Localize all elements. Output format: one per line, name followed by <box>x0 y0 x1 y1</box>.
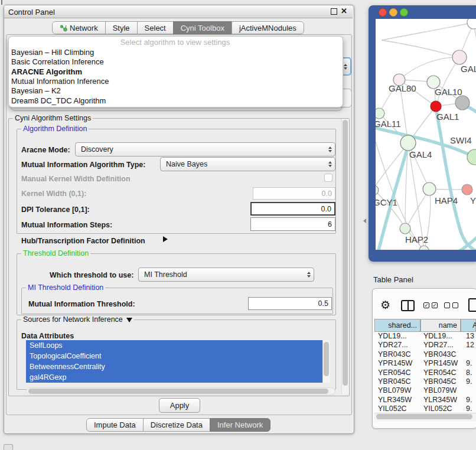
tab-cyni-toolbox[interactable]: Cyni Toolbox <box>173 21 232 34</box>
control-panel-titlebar[interactable] <box>4 5 353 18</box>
table-row[interactable]: YBR045CYBR045C9. <box>374 377 476 387</box>
tab-discretize-data[interactable]: Discretize Data <box>143 418 210 432</box>
kernel-width-field[interactable]: 0.0 <box>253 187 335 200</box>
node-hap4[interactable] <box>423 182 436 195</box>
mi-type-select[interactable]: Naive Bayes <box>160 157 335 171</box>
node-gal4[interactable] <box>400 135 416 151</box>
close-light[interactable] <box>379 8 387 17</box>
which-threshold-select[interactable]: MI Threshold <box>138 268 314 282</box>
algorithm-dropdown-placeholder: Select algorithm to view settings <box>8 38 342 47</box>
close-icon[interactable]: ✕ <box>341 6 347 15</box>
sources-collapse-icon[interactable] <box>126 318 132 322</box>
columns-icon[interactable] <box>401 300 415 311</box>
table-cell: YDR27... <box>423 341 454 350</box>
node-gal[interactable] <box>452 50 467 64</box>
node-gal1[interactable] <box>431 101 441 112</box>
table-hscrollbar-thumb[interactable] <box>376 414 472 419</box>
attribute-list-item[interactable]: gal4RGexp <box>26 372 325 383</box>
zoom-light[interactable] <box>400 8 408 17</box>
table-row[interactable]: YER054CYER054C8. <box>374 369 476 378</box>
node-gray[interactable] <box>455 96 470 110</box>
table-row[interactable]: YPR145WYPR145W9. <box>374 359 476 369</box>
which-threshold-value: MI Threshold <box>144 270 187 279</box>
tab-label: jActiveMNodules <box>239 24 296 32</box>
table-row[interactable]: YBL079WYBL079W <box>374 386 476 396</box>
checked-box-icon: ✓ <box>432 302 438 308</box>
mi-steps-field[interactable]: 6 <box>250 217 335 231</box>
show-columns-icon[interactable]: ✓ ✓ <box>423 302 438 308</box>
splitter-collapse-icon[interactable] <box>363 219 366 223</box>
dpi-tolerance-field[interactable]: 0.0 <box>250 202 335 216</box>
table-cell: YBR045C <box>423 377 457 386</box>
manual-kernel-label: Manual Kernel Width Definition <box>21 175 131 183</box>
column-header-1[interactable]: shared... <box>374 319 420 332</box>
tab-infer-network[interactable]: Infer Network <box>210 418 270 432</box>
attributes-scrollbar-thumb[interactable] <box>324 342 329 376</box>
column-header-2[interactable]: name <box>420 319 461 332</box>
table-cell: 9. <box>466 405 472 413</box>
node-label-gcy1: GCY1 <box>376 197 397 207</box>
tab-select[interactable]: Select <box>137 21 174 34</box>
network-edge[interactable] <box>382 22 474 40</box>
node-swi4[interactable] <box>467 149 476 165</box>
hide-columns-icon[interactable] <box>444 302 458 308</box>
node-salmon[interactable] <box>462 184 472 195</box>
algorithm-option[interactable]: ARACNE Algorithm <box>8 67 342 77</box>
algorithm-option[interactable]: Bayesian – Hill Climbing <box>8 48 342 57</box>
network-edge[interactable] <box>399 57 459 80</box>
mi-threshold-label: Mutual Information Threshold: <box>28 300 135 308</box>
float-window-icon[interactable] <box>331 8 337 15</box>
export-table-icon[interactable] <box>468 298 476 312</box>
threshold-definition-title: Threshold Definition <box>21 249 90 257</box>
minimized-panel-button[interactable] <box>4 444 13 450</box>
apply-button[interactable]: Apply <box>159 398 200 413</box>
tab-style[interactable]: Style <box>105 21 138 34</box>
mi-threshold-title: MI Threshold Definition <box>26 283 105 292</box>
table-cell: YBL079W <box>378 386 411 395</box>
algorithm-option[interactable]: Bayesian – K2 <box>8 86 342 96</box>
minimize-light[interactable] <box>389 8 397 17</box>
network-canvas[interactable]: GALGAL80GAL10GAL1GAL11SWI4GAL4GCY1HAP4YH… <box>376 19 476 250</box>
algorithm-option[interactable]: Dream8 DC_TDC Algorithm <box>8 96 342 106</box>
attribute-list-item[interactable]: BetweennessCentrality <box>26 361 325 372</box>
table-row[interactable]: YDL19...YDL19...13 <box>374 332 476 341</box>
aracne-mode-select[interactable]: Discovery <box>75 142 335 156</box>
tab-network[interactable]: Network <box>52 21 106 34</box>
gear-icon[interactable]: ⚙ <box>380 298 390 312</box>
table-row[interactable]: YBR043CYBR043C <box>374 350 476 360</box>
table-cell: YBR043C <box>423 350 457 359</box>
tab-label: Impute Data <box>94 420 136 429</box>
dpi-tolerance-label: DPI Tolerance [0,1]: <box>21 206 90 214</box>
settings-scrollbar-thumb[interactable] <box>343 120 348 386</box>
kernel-width-label: Kernel Width (0,1): <box>21 190 86 198</box>
mi-threshold-field[interactable]: 0.5 <box>248 297 332 310</box>
tab-jactivemnodules[interactable]: jActiveMNodules <box>232 21 304 34</box>
table-row[interactable]: YDR27...YDR27...12 <box>374 341 476 350</box>
hub-expand-icon[interactable] <box>163 236 168 242</box>
tab-impute-data[interactable]: Impute Data <box>86 418 144 432</box>
node-unlabeled-top[interactable] <box>467 19 476 29</box>
sources-hscrollbar-thumb[interactable] <box>28 389 328 394</box>
network-edge[interactable] <box>436 111 476 250</box>
network-icon <box>60 24 67 32</box>
tab-label: Discretize Data <box>151 420 203 429</box>
node-hap2[interactable] <box>400 223 410 234</box>
table-cell: YDR27... <box>378 341 408 350</box>
node-label-gal1: GAL1 <box>436 112 459 122</box>
table-cell: YPR145W <box>423 359 458 368</box>
table-row[interactable]: YLR345WYLR345W9. <box>374 396 476 405</box>
algorithm-option[interactable]: Basic Correlation Inference <box>8 57 342 67</box>
node-label-y: Y <box>470 195 476 206</box>
node-gal11[interactable] <box>376 108 384 119</box>
attribute-list-item[interactable]: SelfLoops <box>26 340 325 351</box>
manual-kernel-checkbox[interactable] <box>324 174 332 182</box>
node-label-gal11: GAL11 <box>376 119 401 129</box>
bottom-tabs: Impute DataDiscretize DataInfer Network <box>86 418 270 432</box>
table-cell: 9. <box>466 377 472 386</box>
attribute-list-item[interactable]: TopologicalCoefficient <box>26 351 325 361</box>
column-header-3[interactable]: A <box>461 319 476 332</box>
algorithm-option[interactable]: Mutual Information Inference <box>8 77 342 86</box>
sources-title: Sources for Network Inference <box>21 315 134 324</box>
node-label-hap2: HAP2 <box>405 234 428 244</box>
network-edge[interactable] <box>382 40 459 57</box>
